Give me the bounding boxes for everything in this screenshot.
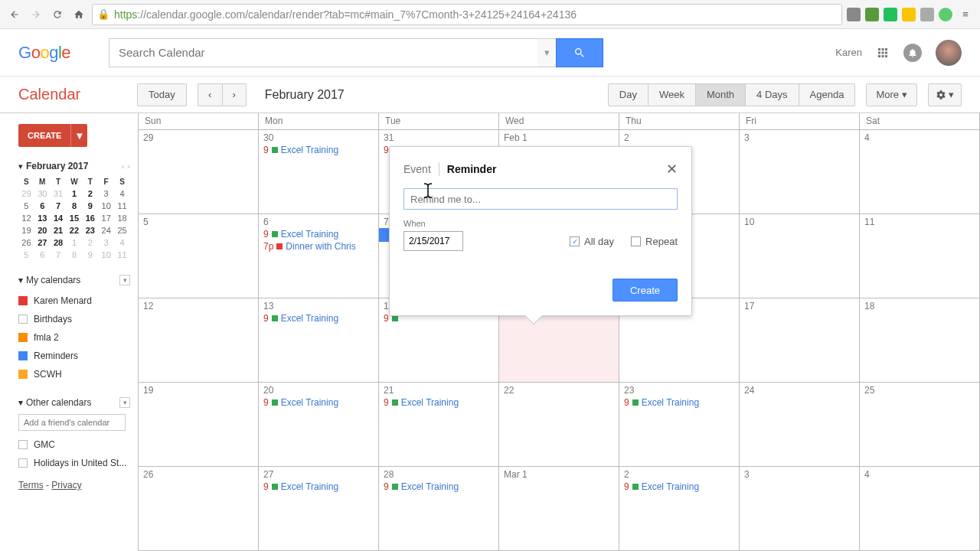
tab-event[interactable]: Event xyxy=(403,163,431,175)
day-cell[interactable]: 24 xyxy=(740,383,860,466)
day-cell[interactable]: 26 xyxy=(139,467,259,550)
day-cell[interactable]: 139Excel Training xyxy=(259,298,379,382)
close-icon[interactable]: ✕ xyxy=(666,161,678,178)
event[interactable]: 9Excel Training xyxy=(263,229,374,240)
mini-day[interactable]: 21 xyxy=(51,224,67,236)
day-cell[interactable]: 29Excel Training xyxy=(619,467,740,550)
section-menu[interactable]: ▾ xyxy=(119,397,130,408)
day-cell[interactable]: Mar 1 xyxy=(499,467,619,550)
mini-day[interactable]: 3 xyxy=(98,187,114,200)
allday-checkbox[interactable]: ✓All day xyxy=(570,236,614,247)
mini-day[interactable]: 9 xyxy=(82,249,98,261)
more-button[interactable]: More ▾ xyxy=(866,83,917,106)
mini-day[interactable]: 2 xyxy=(82,187,98,200)
day-cell[interactable]: 3 xyxy=(740,130,860,214)
day-cell[interactable]: 18 xyxy=(860,298,980,382)
home-button[interactable] xyxy=(70,6,87,23)
day-cell[interactable]: 12 xyxy=(139,298,259,382)
event[interactable]: 9Excel Training xyxy=(624,397,734,408)
day-cell[interactable]: 3 xyxy=(740,467,860,550)
calendar-item[interactable]: Holidays in United St... xyxy=(18,454,130,472)
day-cell[interactable]: 5 xyxy=(139,214,259,298)
mini-day[interactable]: 29 xyxy=(18,187,34,200)
mini-day[interactable]: 3 xyxy=(98,236,114,249)
search-input[interactable] xyxy=(109,38,537,67)
event[interactable]: 9Excel Training xyxy=(384,481,494,492)
day-cell[interactable]: 4 xyxy=(860,467,980,550)
mini-day[interactable]: 7 xyxy=(51,249,67,261)
day-cell[interactable]: 219Excel Training xyxy=(379,383,499,466)
menu-button[interactable]: ≡ xyxy=(957,6,974,23)
day-cell[interactable]: 4 xyxy=(860,130,980,214)
view-agenda[interactable]: Agenda xyxy=(799,83,856,106)
view-4days[interactable]: 4 Days xyxy=(746,83,799,106)
day-cell[interactable]: 19 xyxy=(139,383,259,466)
calendar-item[interactable]: Reminders xyxy=(18,347,130,365)
mini-prev[interactable]: ‹ xyxy=(122,161,125,171)
repeat-checkbox[interactable]: Repeat xyxy=(631,236,678,247)
mini-day[interactable]: 12 xyxy=(18,212,34,224)
notifications-icon[interactable] xyxy=(903,44,922,62)
mini-day[interactable]: 9 xyxy=(82,200,98,212)
date-input[interactable] xyxy=(403,231,463,251)
event[interactable]: 9Excel Training xyxy=(263,313,374,324)
mini-next[interactable]: › xyxy=(127,161,130,171)
user-name[interactable]: Karen xyxy=(835,47,862,58)
mini-day[interactable]: 2 xyxy=(82,236,98,249)
day-cell[interactable]: 11 xyxy=(860,214,980,298)
chevron-down-icon[interactable]: ▾ xyxy=(18,161,23,171)
mini-day[interactable]: 20 xyxy=(34,224,51,236)
mini-day[interactable]: 14 xyxy=(51,212,67,224)
event[interactable]: 9Excel Training xyxy=(384,397,494,408)
create-reminder-button[interactable]: Create xyxy=(612,279,678,302)
google-logo[interactable]: Google xyxy=(18,43,70,63)
ext-icon[interactable] xyxy=(865,8,879,21)
mini-day[interactable]: 13 xyxy=(34,212,51,224)
mini-day[interactable]: 1 xyxy=(67,236,83,249)
day-cell[interactable]: 69Excel Training7pDinner with Chris xyxy=(259,214,379,298)
create-button[interactable]: CREATE ▼ xyxy=(18,124,87,147)
mini-day[interactable]: 1 xyxy=(67,187,83,200)
mini-day[interactable]: 10 xyxy=(98,249,114,261)
url-bar[interactable]: 🔒 https://calendar.google.com/calendar/r… xyxy=(92,4,842,25)
mini-day[interactable]: 8 xyxy=(67,249,83,261)
day-cell[interactable]: 209Excel Training xyxy=(259,383,379,466)
view-month[interactable]: Month xyxy=(696,83,746,106)
mini-day[interactable]: 4 xyxy=(114,236,130,249)
mini-day[interactable]: 25 xyxy=(114,224,130,236)
mini-day[interactable]: 5 xyxy=(18,249,34,261)
search-button[interactable] xyxy=(556,38,603,67)
calendar-item[interactable]: SCWH xyxy=(18,365,130,383)
day-cell[interactable]: 239Excel Training xyxy=(619,383,740,466)
event[interactable]: 9Excel Training xyxy=(263,397,374,408)
mini-day[interactable]: 15 xyxy=(67,212,83,224)
mini-day[interactable]: 6 xyxy=(34,200,51,212)
reminder-title-input[interactable] xyxy=(403,188,678,210)
mini-day[interactable]: 11 xyxy=(114,249,130,261)
mini-day[interactable]: 26 xyxy=(18,236,34,249)
mini-day[interactable]: 4 xyxy=(114,187,130,200)
create-dropdown[interactable]: ▼ xyxy=(70,124,87,147)
mini-day[interactable]: 19 xyxy=(18,224,34,236)
view-week[interactable]: Week xyxy=(648,83,696,106)
ext-icon[interactable] xyxy=(884,8,897,21)
event[interactable]: 9Excel Training xyxy=(263,481,374,492)
ext-icon[interactable] xyxy=(939,8,952,21)
event[interactable]: 7pDinner with Chris xyxy=(263,241,374,252)
event[interactable]: 9Excel Training xyxy=(263,145,374,155)
view-day[interactable]: Day xyxy=(608,83,648,106)
mini-day[interactable]: 18 xyxy=(114,212,130,224)
mini-day[interactable]: 23 xyxy=(82,224,98,236)
search-dropdown[interactable]: ▾ xyxy=(537,38,556,67)
reload-button[interactable] xyxy=(49,6,66,23)
day-cell[interactable]: 10 xyxy=(740,214,860,298)
privacy-link[interactable]: Privacy xyxy=(51,480,81,491)
mini-day[interactable]: 24 xyxy=(98,224,114,236)
mini-day[interactable]: 31 xyxy=(51,187,67,200)
day-cell[interactable]: 289Excel Training xyxy=(379,467,499,550)
mini-day[interactable]: 11 xyxy=(114,200,130,212)
forward-button[interactable] xyxy=(28,6,44,23)
mini-day[interactable]: 6 xyxy=(34,249,51,261)
day-cell[interactable]: 22 xyxy=(499,383,619,466)
mini-day[interactable]: 30 xyxy=(34,187,51,200)
